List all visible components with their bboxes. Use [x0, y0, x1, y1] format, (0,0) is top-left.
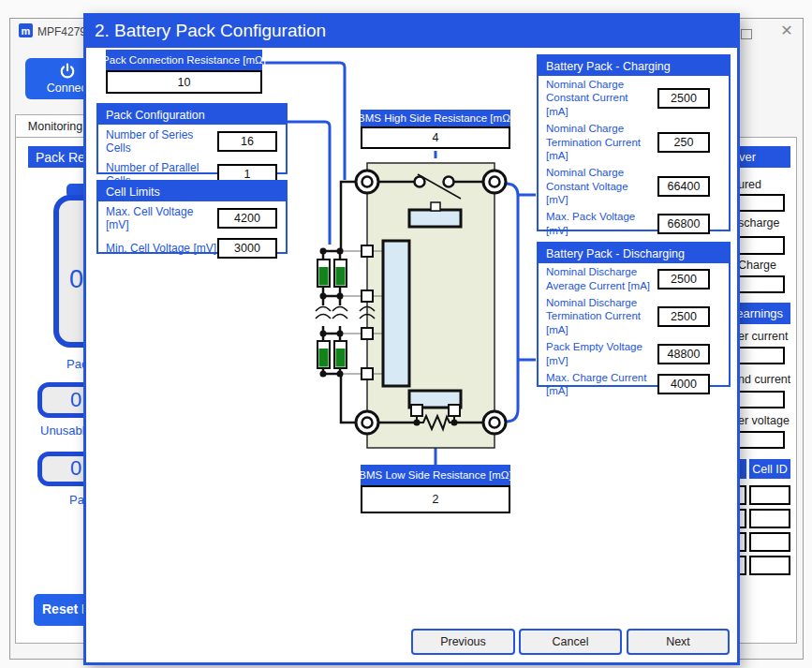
bms-low-side-input[interactable]: 2 [361, 485, 510, 513]
bms-high-side-input[interactable]: 4 [361, 126, 510, 149]
cell-limits-panel: Cell Limits Max. Cell Voltage [mV] 4200 … [96, 180, 288, 254]
next-button[interactable]: Next [627, 629, 730, 655]
pack-gauge-small-value: 0 [70, 456, 81, 481]
measured-field[interactable] [738, 194, 785, 212]
discharging-row: Max. Charge Current [mA] 4000 [539, 369, 729, 400]
discharging-row: Nominal Discharge Termination Current [m… [539, 294, 729, 338]
battery-pack-discharging-panel: Battery Pack - Discharging Nominal Disch… [537, 242, 731, 387]
nominal-charge-termination-current-input[interactable]: 250 [657, 132, 710, 153]
series-cells-input[interactable]: 16 [217, 131, 277, 152]
unusable-gauge-label: Unusabl [40, 423, 85, 438]
power-icon [58, 62, 77, 81]
pack-connection-resistance-text: Pack Connection Resistance [mΩ] [102, 54, 266, 66]
pack-connection-resistance-input[interactable]: 10 [106, 70, 262, 94]
reset-button-label: Reset I [42, 601, 85, 616]
bms-low-side-label: BMS Low Side Resistance [mΩ] [361, 465, 510, 485]
dialog-title: 2. Battery Pack Configuration [83, 13, 740, 48]
screen: m MPF4279 ✕ Connect Monitoring Pack Re 0… [0, 0, 812, 668]
max-pack-voltage-label: Max. Pack Voltage [mV] [546, 210, 657, 237]
min-cell-voltage-label: Min. Cell Voltage [mV] [106, 242, 217, 255]
series-cells-row: Number of Series Cells 16 [98, 125, 286, 157]
afe-ic [383, 241, 409, 386]
max-charge-current-label: Max. Charge Current [mA] [546, 371, 657, 398]
nominal-charge-constant-current-input[interactable]: 2500 [657, 88, 710, 109]
learnings-header-label: Learnings [736, 306, 783, 320]
charge-label: Charge [738, 259, 776, 272]
pack-gauge-large-value: 0 [69, 265, 83, 294]
cell-id-header-label: Cell ID [752, 463, 788, 476]
pack-configuration-header: Pack Configuration [98, 105, 286, 125]
charging-row: Nominal Charge Termination Current [mA] … [539, 120, 729, 164]
break-marks [316, 307, 375, 319]
discharging-row: Nominal Discharge Average Current [mA] 2… [539, 263, 729, 294]
charging-row: Nominal Charge Constant Current [mA] 250… [539, 76, 729, 120]
charging-row: Nominal Charge Constant Voltage [mV] 664… [539, 164, 729, 208]
discharge-field[interactable] [738, 236, 785, 255]
pack-empty-voltage-input[interactable]: 48800 [657, 344, 710, 364]
learn-current-2-label: nd current [738, 373, 790, 386]
nominal-charge-constant-current-label: Nominal Charge Constant Current [mA] [546, 78, 657, 118]
charge-field[interactable] [738, 275, 785, 293]
mps-logo-icon: m [19, 23, 33, 37]
nominal-discharge-average-current-label: Nominal Discharge Average Current [mA] [546, 265, 657, 292]
charging-row: Max. Pack Voltage [mV] 66800 [539, 208, 729, 239]
low-side-fet-pin-left [411, 405, 422, 416]
learn-current-1-field[interactable] [738, 347, 785, 364]
cell-row-id-4[interactable] [749, 556, 790, 575]
max-cell-voltage-label: Max. Cell Voltage [mV] [106, 205, 217, 232]
learn-current-1-label: er current [738, 330, 789, 343]
nominal-discharge-termination-current-input[interactable]: 2500 [657, 306, 710, 327]
pack-results-header-label: Pack Re [36, 150, 85, 165]
nominal-discharge-termination-current-label: Nominal Discharge Termination Current [m… [546, 296, 657, 336]
cell-id-header: Cell ID [749, 459, 790, 479]
min-cell-voltage-input[interactable]: 3000 [217, 238, 277, 259]
close-icon[interactable]: ✕ [777, 21, 796, 39]
learn-voltage-label: er voltage [738, 414, 790, 427]
cell-limits-header: Cell Limits [98, 182, 286, 201]
max-pack-voltage-input[interactable]: 66800 [657, 214, 710, 234]
discharging-header: Battery Pack - Discharging [539, 244, 729, 263]
pack-configuration-panel: Pack Configuration Number of Series Cell… [96, 103, 288, 174]
dialog-title-label: 2. Battery Pack Configuration [95, 21, 326, 41]
learnings-header: Learnings [736, 303, 790, 324]
low-side-fet-pin-right [449, 405, 460, 416]
bms-high-side-text: BMS High Side Resistance [mΩ] [358, 112, 513, 124]
maximize-button[interactable] [741, 29, 752, 39]
series-cells-label: Number of Series Cells [106, 128, 217, 156]
previous-button[interactable]: Previous [411, 629, 515, 655]
power-header-label: ver [739, 150, 756, 164]
power-header: ver [736, 146, 790, 168]
pack-empty-voltage-label: Pack Empty Voltage [mV] [546, 340, 657, 367]
measured-label: ured [738, 178, 761, 191]
pack-connection-resistance-label: Pack Connection Resistance [mΩ] [106, 50, 262, 70]
cancel-button[interactable]: Cancel [519, 629, 622, 655]
nominal-charge-termination-current-label: Nominal Charge Termination Current [mA] [546, 122, 657, 162]
battery-pack-charging-panel: Battery Pack - Charging Nominal Charge C… [537, 54, 731, 231]
min-cell-voltage-row: Min. Cell Voltage [mV] 3000 [98, 234, 286, 260]
bms-low-side-text: BMS Low Side Resistance [mΩ] [359, 469, 511, 481]
charging-header: Battery Pack - Charging [539, 56, 729, 76]
app-window-title: MPF4279 [37, 25, 86, 38]
discharge-label: scharge [738, 216, 779, 230]
cell-row-id-1[interactable] [749, 485, 790, 505]
high-side-fet-pin [431, 202, 440, 211]
cell-row-id-3[interactable] [749, 532, 790, 552]
nominal-charge-constant-voltage-label: Nominal Charge Constant Voltage [mV] [546, 166, 657, 206]
discharging-row: Pack Empty Voltage [mV] 48800 [539, 338, 729, 369]
max-cell-voltage-input[interactable]: 4200 [217, 208, 277, 229]
max-charge-current-input[interactable]: 4000 [657, 374, 710, 394]
bms-high-side-label: BMS High Side Resistance [mΩ] [361, 110, 510, 126]
nominal-discharge-average-current-input[interactable]: 2500 [657, 269, 710, 289]
nominal-charge-constant-voltage-input[interactable]: 66400 [657, 176, 710, 197]
learn-current-2-field[interactable] [738, 391, 785, 408]
unusable-gauge-value: 0 [70, 388, 81, 412]
cell-row-id-2[interactable] [749, 509, 790, 528]
high-side-fet [409, 210, 461, 227]
learn-voltage-field[interactable] [738, 431, 785, 449]
max-cell-voltage-row: Max. Cell Voltage [mV] 4200 [98, 201, 286, 234]
